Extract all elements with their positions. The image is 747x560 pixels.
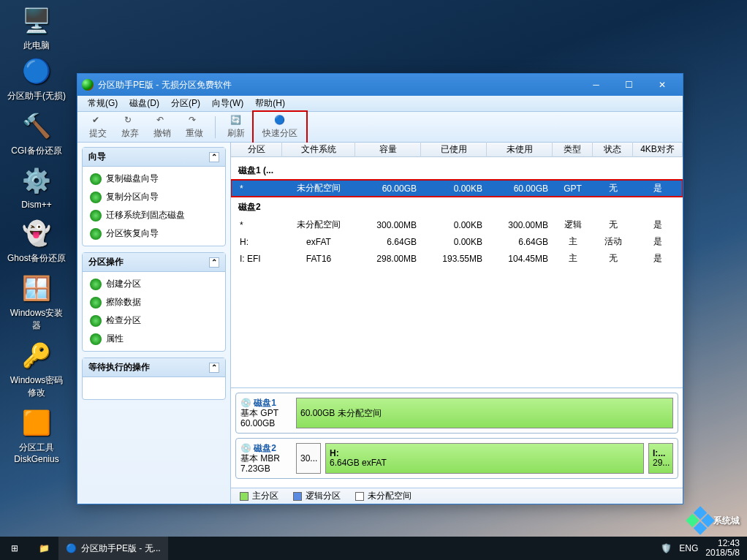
titlebar[interactable]: 分区助手PE版 - 无损分区免费软件 ─ ☐ ✕ bbox=[77, 74, 683, 96]
col-align[interactable]: 4KB对齐 bbox=[633, 142, 683, 157]
icon-label: Dism++ bbox=[7, 200, 66, 210]
disk2-row-2[interactable]: I: EFI FAT16 298.00MB 193.55MB 104.45MB … bbox=[231, 250, 683, 267]
col-status[interactable]: 状态 bbox=[593, 142, 633, 157]
menu-wizard[interactable]: 向导(W) bbox=[206, 96, 249, 111]
close-button[interactable]: ✕ bbox=[645, 75, 678, 95]
main-area: 分区 文件系统 容量 已使用 未使用 类型 状态 4KB对齐 磁盘1 (... … bbox=[231, 143, 683, 504]
windows-icon: 🪟 bbox=[19, 270, 54, 306]
panel-header[interactable]: 向导⌃ bbox=[83, 148, 225, 167]
undo-icon: ↶ bbox=[156, 115, 168, 126]
copy-partition-wizard[interactable]: 复制分区向导 bbox=[86, 188, 222, 206]
start-button[interactable]: ⊞ bbox=[0, 537, 29, 560]
check-partition[interactable]: 检查分区 bbox=[86, 311, 222, 330]
disk1-map[interactable]: 💿 磁盘1 基本 GPT 60.00GB 60.00GB 未分配空间 bbox=[235, 393, 678, 434]
op-icon bbox=[90, 333, 102, 345]
disk-info: 💿 磁盘2 基本 MBR 7.23GB bbox=[240, 443, 292, 474]
icon-label: 分区助手(无损) bbox=[7, 90, 66, 102]
panel-header[interactable]: 分区操作⌃ bbox=[83, 253, 225, 272]
desktop-icon-diskgenius[interactable]: 🟧分区工具DiskGenius bbox=[7, 405, 66, 464]
migrate-os-wizard[interactable]: 迁移系统到固态磁盘 bbox=[86, 206, 222, 224]
desktop-icon-dism[interactable]: ⚙️Dism++ bbox=[7, 163, 66, 210]
disk1-header[interactable]: 磁盘1 (... bbox=[231, 160, 683, 180]
col-partition[interactable]: 分区 bbox=[231, 142, 282, 157]
properties[interactable]: 属性 bbox=[86, 330, 222, 348]
partition-icon: 🔵 bbox=[274, 115, 286, 126]
collapse-icon[interactable]: ⌃ bbox=[209, 363, 219, 373]
icon-label: Ghost备份还原 bbox=[7, 252, 66, 265]
disk2-map[interactable]: 💿 磁盘2 基本 MBR 7.23GB 30... H:6.64GB exFAT… bbox=[235, 438, 678, 479]
wizard-icon bbox=[90, 228, 102, 240]
swatch-icon bbox=[293, 492, 302, 501]
desktop-icon-this-pc[interactable]: 🖥️此电脑 bbox=[7, 3, 66, 52]
disk2-seg-h[interactable]: H:6.64GB exFAT bbox=[325, 443, 644, 474]
column-headers: 分区 文件系统 容量 已使用 未使用 类型 状态 4KB对齐 bbox=[231, 143, 683, 157]
menu-general[interactable]: 常规(G) bbox=[82, 96, 124, 111]
menubar: 常规(G) 磁盘(D) 分区(P) 向导(W) 帮助(H) bbox=[77, 96, 683, 112]
disk2-seg-i[interactable]: I:...29... bbox=[648, 443, 673, 474]
disk1-seg-unallocated[interactable]: 60.00GB 未分配空间 bbox=[296, 398, 673, 428]
separator bbox=[215, 116, 216, 138]
menu-partition[interactable]: 分区(P) bbox=[165, 96, 206, 111]
explorer-button[interactable]: 📁 bbox=[29, 537, 58, 560]
undo-button[interactable]: ↶撤销 bbox=[146, 113, 178, 141]
logo-icon bbox=[686, 506, 715, 535]
collapse-icon[interactable]: ⌃ bbox=[209, 152, 219, 162]
col-filesystem[interactable]: 文件系统 bbox=[282, 142, 355, 157]
commit-button[interactable]: ✔提交 bbox=[82, 113, 114, 141]
partition-recovery-wizard[interactable]: 分区恢复向导 bbox=[86, 224, 222, 243]
language-indicator[interactable]: ENG bbox=[679, 543, 698, 553]
minimize-button[interactable]: ─ bbox=[580, 75, 613, 95]
wizard-icon bbox=[90, 173, 102, 185]
quick-partition-button[interactable]: 🔵快速分区 bbox=[252, 110, 308, 144]
op-icon bbox=[90, 297, 102, 309]
legend-primary: 主分区 bbox=[240, 490, 278, 502]
redo-button[interactable]: ↷重做 bbox=[178, 113, 211, 141]
redo-icon: ↷ bbox=[189, 115, 200, 126]
clock[interactable]: 12:432018/5/8 bbox=[705, 539, 740, 558]
refresh-button[interactable]: 🔄刷新 bbox=[220, 113, 252, 141]
menu-help[interactable]: 帮助(H) bbox=[249, 96, 291, 111]
ghost-icon: 👻 bbox=[19, 216, 54, 251]
disk1-row-0[interactable]: * 未分配空间 60.00GB 0.00KB 60.00GB GPT 无 是 bbox=[231, 180, 683, 197]
col-capacity[interactable]: 容量 bbox=[355, 142, 421, 157]
icon-label: 分区工具DiskGenius bbox=[7, 442, 66, 464]
discard-button[interactable]: ↻放弃 bbox=[114, 113, 146, 141]
disk2-seg-0[interactable]: 30... bbox=[296, 443, 321, 474]
gear-icon: ⚙️ bbox=[19, 163, 54, 198]
icon-label: 此电脑 bbox=[7, 39, 66, 52]
disk2-row-1[interactable]: H: exFAT 6.64GB 0.00KB 6.64GB 主 活动 是 bbox=[231, 233, 683, 250]
disk2-header[interactable]: 磁盘2 bbox=[231, 197, 683, 216]
monitor-icon: 🖥️ bbox=[19, 3, 54, 38]
disk-maps: 💿 磁盘1 基本 GPT 60.00GB 60.00GB 未分配空间 💿 磁盘2… bbox=[231, 387, 683, 488]
col-type[interactable]: 类型 bbox=[553, 142, 593, 157]
tray-shield-icon[interactable]: 🛡️ bbox=[661, 543, 672, 553]
watermark: 系统城 bbox=[690, 510, 740, 531]
desktop-icon-partition-assistant[interactable]: 🔵分区助手(无损) bbox=[7, 53, 66, 102]
col-used[interactable]: 已使用 bbox=[421, 142, 487, 157]
sidebar: 向导⌃ 复制磁盘向导 复制分区向导 迁移系统到固态磁盘 分区恢复向导 分区操作⌃… bbox=[77, 143, 231, 504]
icon-label: CGI备份还原 bbox=[7, 145, 66, 157]
disk-icon: 🟧 bbox=[19, 405, 54, 440]
desktop-icon-cgi[interactable]: 🔨CGI备份还原 bbox=[7, 108, 66, 157]
swatch-icon bbox=[240, 492, 249, 501]
icon-label: Windows密码修改 bbox=[7, 374, 66, 399]
check-icon: ✔ bbox=[92, 115, 104, 126]
collapse-icon[interactable]: ⌃ bbox=[209, 257, 219, 268]
icon-label: Windows安装器 bbox=[7, 307, 66, 332]
copy-disk-wizard[interactable]: 复制磁盘向导 bbox=[86, 170, 222, 188]
desktop-icon-win-password[interactable]: 🔑Windows密码修改 bbox=[7, 338, 66, 399]
maximize-button[interactable]: ☐ bbox=[613, 75, 645, 95]
hammer-icon: 🔨 bbox=[19, 108, 54, 143]
wizard-icon bbox=[90, 210, 102, 222]
wipe-data[interactable]: 擦除数据 bbox=[86, 293, 222, 311]
desktop-icon-win-install[interactable]: 🪟Windows安装器 bbox=[7, 270, 66, 332]
menu-disk[interactable]: 磁盘(D) bbox=[124, 96, 165, 111]
panel-header[interactable]: 等待执行的操作⌃ bbox=[83, 358, 225, 377]
disk2-row-0[interactable]: * 未分配空间 300.00MB 0.00KB 300.00MB 逻辑 无 是 bbox=[231, 216, 683, 233]
desktop-icon-ghost[interactable]: 👻Ghost备份还原 bbox=[7, 216, 66, 265]
op-icon bbox=[90, 279, 102, 290]
col-unused[interactable]: 未使用 bbox=[487, 142, 553, 157]
taskbar-app[interactable]: 🔵分区助手PE版 - 无... bbox=[58, 537, 168, 560]
disk-info: 💿 磁盘1 基本 GPT 60.00GB bbox=[240, 398, 292, 428]
create-partition[interactable]: 创建分区 bbox=[86, 275, 222, 293]
